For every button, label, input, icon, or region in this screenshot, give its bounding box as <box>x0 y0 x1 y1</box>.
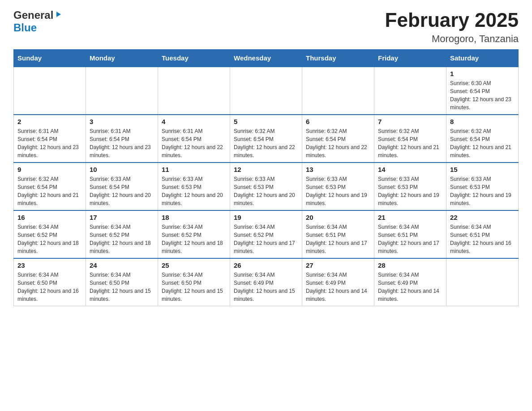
day-info: Sunrise: 6:34 AMSunset: 6:52 PMDaylight:… <box>234 223 298 255</box>
logo: General Blue <box>13 9 62 34</box>
table-row: 23Sunrise: 6:34 AMSunset: 6:50 PMDayligh… <box>14 258 86 306</box>
day-number: 8 <box>450 118 515 125</box>
day-info: Sunrise: 6:32 AMSunset: 6:54 PMDaylight:… <box>378 127 442 159</box>
day-info: Sunrise: 6:30 AMSunset: 6:54 PMDaylight:… <box>450 79 515 111</box>
logo-arrow-icon <box>55 11 62 20</box>
table-row: 19Sunrise: 6:34 AMSunset: 6:52 PMDayligh… <box>230 210 302 258</box>
logo-general-text: General <box>13 9 53 21</box>
table-row: 2Sunrise: 6:31 AMSunset: 6:54 PMDaylight… <box>14 115 86 163</box>
day-number: 19 <box>234 214 298 221</box>
table-row: 4Sunrise: 6:31 AMSunset: 6:54 PMDaylight… <box>158 115 230 163</box>
day-number: 7 <box>378 118 442 125</box>
table-row: 15Sunrise: 6:33 AMSunset: 6:53 PMDayligh… <box>446 163 519 210</box>
page-subtitle: Morogoro, Tanzania <box>385 33 519 45</box>
table-row <box>86 67 158 115</box>
page-header: General Blue February 2025 Morogoro, Tan… <box>13 9 519 45</box>
day-info: Sunrise: 6:34 AMSunset: 6:50 PMDaylight:… <box>17 271 82 303</box>
table-row: 6Sunrise: 6:32 AMSunset: 6:54 PMDaylight… <box>302 115 374 163</box>
table-row: 14Sunrise: 6:33 AMSunset: 6:53 PMDayligh… <box>374 163 446 210</box>
table-row: 18Sunrise: 6:34 AMSunset: 6:52 PMDayligh… <box>158 210 230 258</box>
table-row <box>14 67 86 115</box>
day-number: 24 <box>90 261 154 269</box>
table-row <box>446 258 519 306</box>
calendar-table: Sunday Monday Tuesday Wednesday Thursday… <box>13 49 519 306</box>
day-number: 26 <box>234 261 298 269</box>
day-number: 22 <box>450 214 515 221</box>
calendar-week-row: 2Sunrise: 6:31 AMSunset: 6:54 PMDaylight… <box>14 115 519 163</box>
day-info: Sunrise: 6:34 AMSunset: 6:49 PMDaylight:… <box>378 271 442 303</box>
day-number: 2 <box>17 118 82 125</box>
day-number: 14 <box>378 166 442 173</box>
table-row: 12Sunrise: 6:33 AMSunset: 6:53 PMDayligh… <box>230 163 302 210</box>
table-row: 7Sunrise: 6:32 AMSunset: 6:54 PMDaylight… <box>374 115 446 163</box>
table-row <box>158 67 230 115</box>
day-info: Sunrise: 6:31 AMSunset: 6:54 PMDaylight:… <box>90 127 154 159</box>
header-friday: Friday <box>374 50 446 67</box>
header-tuesday: Tuesday <box>158 50 230 67</box>
day-number: 23 <box>17 261 82 269</box>
calendar-header: Sunday Monday Tuesday Wednesday Thursday… <box>14 50 519 67</box>
calendar-week-row: 23Sunrise: 6:34 AMSunset: 6:50 PMDayligh… <box>14 258 519 306</box>
day-info: Sunrise: 6:34 AMSunset: 6:51 PMDaylight:… <box>378 223 442 255</box>
table-row: 16Sunrise: 6:34 AMSunset: 6:52 PMDayligh… <box>14 210 86 258</box>
table-row: 1Sunrise: 6:30 AMSunset: 6:54 PMDaylight… <box>446 67 519 115</box>
table-row: 10Sunrise: 6:33 AMSunset: 6:54 PMDayligh… <box>86 163 158 210</box>
day-info: Sunrise: 6:31 AMSunset: 6:54 PMDaylight:… <box>17 127 82 159</box>
table-row: 8Sunrise: 6:32 AMSunset: 6:54 PMDaylight… <box>446 115 519 163</box>
day-number: 21 <box>378 214 442 221</box>
day-info: Sunrise: 6:34 AMSunset: 6:51 PMDaylight:… <box>450 223 515 255</box>
weekday-header-row: Sunday Monday Tuesday Wednesday Thursday… <box>14 50 519 67</box>
calendar-week-row: 16Sunrise: 6:34 AMSunset: 6:52 PMDayligh… <box>14 210 519 258</box>
day-info: Sunrise: 6:34 AMSunset: 6:49 PMDaylight:… <box>306 271 370 303</box>
day-info: Sunrise: 6:33 AMSunset: 6:53 PMDaylight:… <box>306 175 370 207</box>
header-saturday: Saturday <box>446 50 519 67</box>
calendar-body: 1Sunrise: 6:30 AMSunset: 6:54 PMDaylight… <box>14 67 519 306</box>
day-number: 13 <box>306 166 370 173</box>
table-row: 25Sunrise: 6:34 AMSunset: 6:50 PMDayligh… <box>158 258 230 306</box>
header-sunday: Sunday <box>14 50 86 67</box>
page-title: February 2025 <box>385 9 519 31</box>
day-info: Sunrise: 6:32 AMSunset: 6:54 PMDaylight:… <box>17 175 82 207</box>
day-info: Sunrise: 6:34 AMSunset: 6:52 PMDaylight:… <box>162 223 226 255</box>
day-number: 5 <box>234 118 298 125</box>
header-wednesday: Wednesday <box>230 50 302 67</box>
table-row <box>230 67 302 115</box>
table-row <box>374 67 446 115</box>
day-number: 20 <box>306 214 370 221</box>
table-row: 26Sunrise: 6:34 AMSunset: 6:49 PMDayligh… <box>230 258 302 306</box>
day-number: 11 <box>162 166 226 173</box>
day-info: Sunrise: 6:33 AMSunset: 6:53 PMDaylight:… <box>162 175 226 207</box>
header-thursday: Thursday <box>302 50 374 67</box>
day-number: 3 <box>90 118 154 125</box>
day-info: Sunrise: 6:34 AMSunset: 6:51 PMDaylight:… <box>306 223 370 255</box>
day-number: 27 <box>306 261 370 269</box>
table-row: 28Sunrise: 6:34 AMSunset: 6:49 PMDayligh… <box>374 258 446 306</box>
day-info: Sunrise: 6:33 AMSunset: 6:54 PMDaylight:… <box>90 175 154 207</box>
table-row: 5Sunrise: 6:32 AMSunset: 6:54 PMDaylight… <box>230 115 302 163</box>
table-row: 17Sunrise: 6:34 AMSunset: 6:52 PMDayligh… <box>86 210 158 258</box>
day-number: 25 <box>162 261 226 269</box>
table-row: 27Sunrise: 6:34 AMSunset: 6:49 PMDayligh… <box>302 258 374 306</box>
day-info: Sunrise: 6:33 AMSunset: 6:53 PMDaylight:… <box>450 175 515 207</box>
title-block: February 2025 Morogoro, Tanzania <box>385 9 519 45</box>
day-info: Sunrise: 6:31 AMSunset: 6:54 PMDaylight:… <box>162 127 226 159</box>
day-number: 1 <box>450 70 515 77</box>
svg-marker-0 <box>56 12 61 17</box>
table-row: 13Sunrise: 6:33 AMSunset: 6:53 PMDayligh… <box>302 163 374 210</box>
day-info: Sunrise: 6:32 AMSunset: 6:54 PMDaylight:… <box>234 127 298 159</box>
table-row: 9Sunrise: 6:32 AMSunset: 6:54 PMDaylight… <box>14 163 86 210</box>
day-number: 4 <box>162 118 226 125</box>
table-row: 22Sunrise: 6:34 AMSunset: 6:51 PMDayligh… <box>446 210 519 258</box>
day-info: Sunrise: 6:34 AMSunset: 6:52 PMDaylight:… <box>90 223 154 255</box>
table-row: 20Sunrise: 6:34 AMSunset: 6:51 PMDayligh… <box>302 210 374 258</box>
day-info: Sunrise: 6:32 AMSunset: 6:54 PMDaylight:… <box>306 127 370 159</box>
day-number: 16 <box>17 214 82 221</box>
table-row: 21Sunrise: 6:34 AMSunset: 6:51 PMDayligh… <box>374 210 446 258</box>
day-info: Sunrise: 6:33 AMSunset: 6:53 PMDaylight:… <box>378 175 442 207</box>
day-number: 17 <box>90 214 154 221</box>
table-row: 3Sunrise: 6:31 AMSunset: 6:54 PMDaylight… <box>86 115 158 163</box>
table-row: 11Sunrise: 6:33 AMSunset: 6:53 PMDayligh… <box>158 163 230 210</box>
day-number: 15 <box>450 166 515 173</box>
calendar-week-row: 9Sunrise: 6:32 AMSunset: 6:54 PMDaylight… <box>14 163 519 210</box>
day-number: 18 <box>162 214 226 221</box>
